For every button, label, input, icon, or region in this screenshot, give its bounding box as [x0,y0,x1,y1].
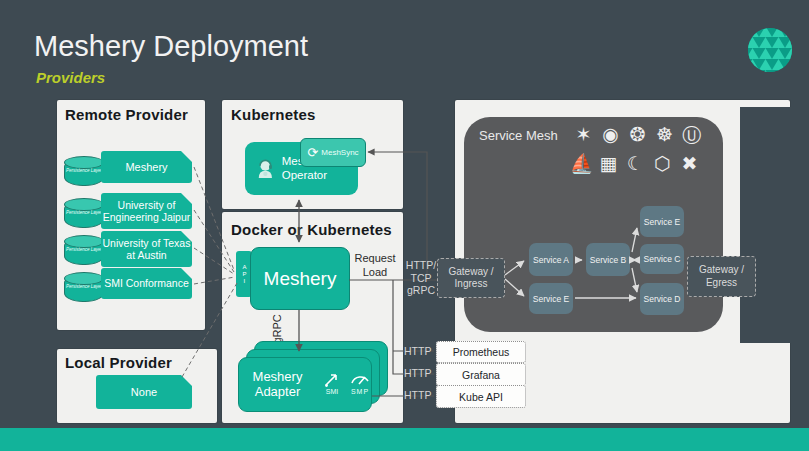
docker-panel-title: Docker or Kubernetes [231,221,392,238]
remote-item-smi-conformance: SMI Conformance [101,268,192,299]
local-provider-title: Local Provider [65,354,172,371]
persistence-cylinder: Persistence Layer [64,274,104,302]
http-tcp-grpc-label: HTTP/ TCP gRPC [403,259,439,297]
smi-badge: SMI [323,372,341,396]
smp-label: SMP [351,388,369,396]
service-mesh-box [464,117,723,332]
request-load-label: Request Load [350,252,400,280]
smi-icon [323,372,341,388]
service-mesh-logo-icon: ☾ [622,152,649,175]
meshsync-label: MeshSync [321,148,358,157]
meshery-adapter-box: Meshery Adapter SMI SMP [238,357,372,412]
service-e-bottom-box: Service E [529,283,573,314]
grafana-box: Grafana [436,363,526,386]
page-subtitle: Providers [36,69,105,86]
service-mesh-logo-icon: ⛵ [568,152,595,175]
persistence-cylinder-label: Persistence Layer [65,210,103,215]
service-mesh-title: Service Mesh [479,128,558,143]
right-dark-column [740,107,809,343]
smi-label: SMI [326,388,338,396]
api-tab-label: API [241,264,248,285]
remote-item-meshery: Meshery [101,151,192,183]
persistence-cylinder: Persistence Layer [64,237,104,265]
service-mesh-logo-icon: ✶ [570,123,597,149]
http-label-kube-api: HTTP [404,389,431,402]
http-label-prometheus: HTTP [404,345,431,358]
persistence-cylinder-label: Persistence Layer [65,168,103,173]
kube-api-box: Kube API [436,385,526,408]
footer-accent-bar [0,428,809,451]
service-mesh-logos-row1: ✶ ◉ ❂ ☸ Ⓤ [570,123,722,149]
service-mesh-logo-icon: ▦ [595,152,622,175]
meshsync-box: ⟳ MeshSync [300,138,366,167]
persistence-cylinder: Persistence Layer [64,200,104,228]
meshery-logo-icon [746,26,794,74]
remote-item-univ-jaipur: University of Engineering Jaipur [101,193,192,229]
service-mesh-logo-icon: Ⓤ [678,123,705,149]
service-b-box: Service B [586,243,630,276]
meshsync-icon: ⟳ [307,146,318,159]
service-mesh-logo-icon: ☸ [651,123,678,149]
service-e-top-box: Service E [640,206,684,237]
smp-badge: SMP [349,372,371,396]
gateway-egress-box: Gateway / Egress [687,256,756,297]
meshery-box: Meshery [250,247,350,310]
slide: Meshery Deployment Providers Remote Prov… [0,0,809,451]
local-provider-none: None [96,375,192,409]
service-d-box: Service D [640,283,684,315]
http-label-grafana: HTTP [404,367,431,380]
remote-item-univ-texas: University of Texas at Austin [101,231,192,267]
prometheus-box: Prometheus [436,341,526,363]
service-mesh-logo-icon: ◉ [597,123,624,149]
operator-icon [253,154,278,184]
kubernetes-title: Kubernetes [231,106,316,123]
meshery-adapter-label: Meshery Adapter [239,370,316,400]
service-mesh-logo-icon: ✖ [676,152,703,175]
service-mesh-logo-icon: ⬡ [649,152,676,175]
service-mesh-logos-row2: ⛵ ▦ ☾ ⬡ ✖ [568,152,722,175]
gateway-ingress-box: Gateway / Ingress [437,258,505,298]
remote-provider-title: Remote Provider [65,106,188,123]
service-c-box: Service C [640,244,684,274]
persistence-cylinder-label: Persistence Layer [65,247,103,252]
persistence-cylinder-label: Persistence Layer [65,284,103,289]
service-a-box: Service A [529,243,573,276]
smp-icon [349,372,371,388]
persistence-cylinder: Persistence Layer [64,158,104,186]
page-title: Meshery Deployment [34,30,308,63]
service-mesh-logo-icon: ❂ [624,123,651,149]
